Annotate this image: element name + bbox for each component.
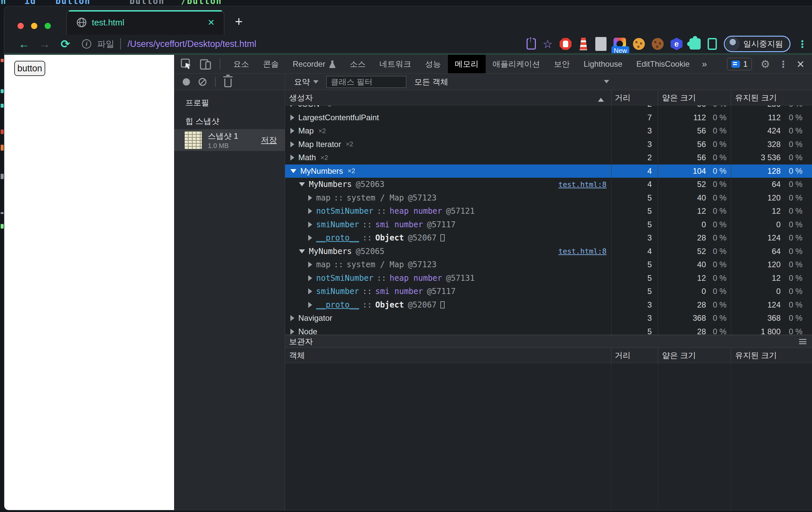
column-distance[interactable]: 거리 (611, 90, 658, 105)
column-shallow-size[interactable]: 얕은 크기 (658, 90, 731, 105)
bookmark-star-icon[interactable]: ☆ (543, 37, 553, 51)
chevron-right-icon[interactable] (290, 115, 294, 120)
heap-grid-row[interactable]: MyNumbers@52065test.html:84520 %640 % (285, 245, 812, 258)
heap-grid-row[interactable]: __proto__::Object@520673280 %1240 % (285, 298, 812, 312)
devtools-tab-콘솔[interactable]: 콘솔 (256, 55, 286, 73)
settings-gear-icon[interactable]: ⚙ (760, 58, 770, 70)
devtools-tab-Recorder[interactable]: Recorder (286, 55, 343, 73)
forward-icon[interactable]: → (37, 35, 52, 53)
chevron-right-icon[interactable] (308, 302, 312, 308)
chevron-right-icon[interactable] (308, 235, 312, 241)
shield-e-extension-icon[interactable]: e (671, 38, 683, 50)
heap-grid-row[interactable]: Math×22560 %3 5360 % (285, 151, 812, 165)
column-divider[interactable] (611, 105, 611, 335)
column-retained-size[interactable]: 유지된 크기 (731, 90, 812, 105)
heap-grid-row[interactable]: Map×23560 %4240 % (285, 124, 812, 138)
devtools-tab-보안[interactable]: 보안 (547, 55, 577, 73)
heap-grid-row[interactable]: Navigator33680 %3680 % (285, 312, 812, 325)
save-snapshot-link[interactable]: 저장 (261, 135, 277, 145)
devtools-tab-소스[interactable]: 소스 (343, 55, 373, 73)
heap-grid-row[interactable]: LargestContentfulPaint71120 %1120 % (285, 111, 812, 124)
devtools-tab-요소[interactable]: 요소 (226, 55, 256, 73)
heap-grid-row[interactable]: MyNumbers@52063test.html:84520 %640 % (285, 178, 812, 191)
chevron-right-icon[interactable] (308, 288, 312, 294)
inspect-element-icon[interactable] (181, 58, 192, 70)
site-info-icon[interactable]: i (82, 39, 91, 49)
snapshot-item[interactable]: 스냅샷 1 1.0 MB 저장 (174, 129, 285, 151)
new-tab-button[interactable]: + (232, 14, 246, 29)
objects-filter-select[interactable]: 모든 객체 (414, 77, 448, 87)
back-icon[interactable]: ← (17, 35, 31, 53)
chevron-right-icon[interactable] (290, 105, 294, 107)
heap-grid-row[interactable]: Map Iterator×23560 %3280 % (285, 138, 812, 151)
chevron-down-icon[interactable] (604, 80, 609, 83)
share-icon[interactable] (527, 38, 536, 50)
more-tabs-icon[interactable]: » (697, 59, 713, 69)
rainbow-extension-icon[interactable]: New (613, 38, 626, 50)
column-shallow-size[interactable]: 얕은 크기 (658, 348, 731, 363)
chevron-right-icon[interactable] (290, 329, 294, 335)
devtools-tab-메모리[interactable]: 메모리 (448, 55, 486, 73)
gray-extension-icon[interactable] (595, 37, 607, 51)
extensions-puzzle-icon[interactable] (690, 38, 701, 50)
page-button[interactable]: button (14, 61, 45, 76)
close-window-button[interactable] (18, 23, 24, 29)
column-constructor[interactable]: 생성자 (285, 92, 611, 103)
url-text[interactable]: /Users/yceffort/Desktop/test.html (127, 39, 256, 49)
heap-grid-row[interactable]: __proto__::Object@520673280 %1240 % (285, 231, 812, 245)
delete-snapshots-icon[interactable] (224, 79, 232, 87)
column-divider[interactable] (658, 105, 658, 335)
column-distance[interactable]: 거리 (611, 348, 658, 363)
chevron-right-icon[interactable] (308, 195, 312, 201)
heap-grid-row[interactable]: smiNumber::smi number@57117500 %00 % (285, 285, 812, 298)
devtools-kebab-icon[interactable]: ⋮ (779, 59, 788, 70)
heap-grid-row[interactable]: smiNumber::smi number@57117500 %00 % (285, 218, 812, 232)
heap-grid-row[interactable]: notSmiNumber::heap number@571215120 %120… (285, 204, 812, 218)
record-heap-icon[interactable] (183, 78, 190, 86)
minimize-window-button[interactable] (31, 23, 37, 29)
chevron-right-icon[interactable] (308, 275, 312, 281)
browser-menu-kebab-icon[interactable]: ⋮ (798, 38, 807, 50)
heap-grid-row[interactable]: notSmiNumber::heap number@571315120 %120… (285, 272, 812, 285)
column-object[interactable]: 객체 (285, 350, 611, 361)
devtools-tab-Lighthouse[interactable]: Lighthouse (577, 55, 629, 73)
heap-grid-row[interactable]: map::system / Map@571235400 %1200 % (285, 191, 812, 205)
column-retained-size[interactable]: 유지된 크기 (731, 348, 812, 363)
issues-counter[interactable]: 1 (727, 58, 752, 70)
class-filter-input[interactable] (326, 76, 406, 88)
chevron-down-icon[interactable] (299, 182, 305, 186)
chevron-right-icon[interactable] (308, 222, 312, 228)
browser-tab[interactable]: test.html ✕ (66, 10, 224, 35)
hamburger-menu-icon[interactable] (799, 339, 806, 344)
chevron-right-icon[interactable] (290, 128, 294, 134)
lighthouse-extension-icon[interactable] (578, 38, 588, 50)
chevron-right-icon[interactable] (308, 262, 312, 267)
omnibox[interactable]: i 파일 /Users/yceffort/Desktop/test.html (82, 36, 256, 52)
chevron-right-icon[interactable] (290, 315, 294, 321)
devtools-tab-애플리케이션[interactable]: 애플리케이션 (486, 55, 547, 73)
chevron-right-icon[interactable] (290, 141, 294, 147)
device-toolbar-icon[interactable] (200, 58, 212, 70)
chevron-down-icon[interactable] (290, 169, 296, 173)
devtools-tab-성능[interactable]: 성능 (418, 55, 448, 73)
devtools-close-icon[interactable]: ✕ (796, 58, 805, 70)
adblock-extension-icon[interactable] (560, 38, 572, 50)
zoom-window-button[interactable] (45, 23, 51, 29)
heap-grid-row[interactable]: JSON×22560 %2560 % (285, 105, 812, 111)
column-divider[interactable] (731, 105, 731, 335)
sidebar-extension-icon[interactable] (707, 38, 717, 50)
chevron-right-icon[interactable] (308, 208, 312, 214)
heap-grid-row[interactable]: map::system / Map@571235400 %1200 % (285, 258, 812, 272)
tab-close-icon[interactable]: ✕ (207, 18, 215, 28)
reload-icon[interactable]: ⟳ (58, 35, 73, 53)
cookie-extension-icon[interactable] (633, 38, 645, 50)
clear-icon[interactable] (199, 78, 206, 86)
chevron-right-icon[interactable] (290, 154, 294, 161)
devtools-tab-네트워크[interactable]: 네트워크 (373, 55, 418, 73)
view-select[interactable]: 요약 (294, 77, 318, 87)
source-link[interactable]: test.html:8 (558, 180, 607, 189)
chevron-down-icon[interactable] (299, 249, 305, 253)
profile-pill[interactable]: 일시중지됨 (724, 36, 790, 52)
devtools-tab-EditThisCookie[interactable]: EditThisCookie (629, 55, 696, 73)
heap-grid-row[interactable]: MyNumbers×241040 %1280 % (285, 165, 812, 178)
